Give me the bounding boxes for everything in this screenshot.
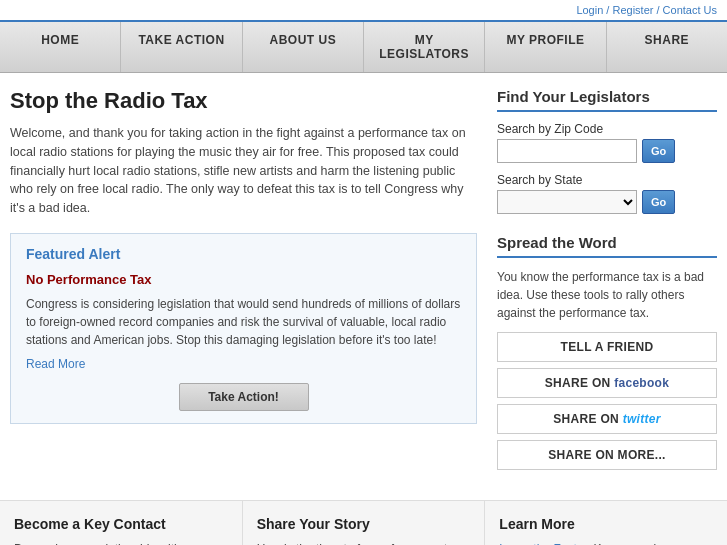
tell-friend-button[interactable]: TELL A FRIEND: [497, 332, 717, 362]
spread-word-title: Spread the Word: [497, 234, 717, 258]
nav-home[interactable]: HOME: [0, 22, 121, 72]
left-content: Stop the Radio Tax Welcome, and thank yo…: [10, 88, 477, 485]
zip-row: Go: [497, 139, 717, 163]
main-nav: HOME TAKE ACTION ABOUT US MY LEGISLATORS…: [0, 20, 727, 73]
read-more-link[interactable]: Read More: [26, 357, 461, 371]
intro-text: Welcome, and thank you for taking action…: [10, 124, 477, 218]
state-row: Alabama Alaska Arizona California Colora…: [497, 190, 717, 214]
share-twitter-button[interactable]: SHARE ON twitter: [497, 404, 717, 434]
learn-more-title: Learn More: [499, 516, 713, 532]
featured-alert-title: Featured Alert: [26, 246, 461, 262]
top-bar: Login / Register / Contact Us: [0, 0, 727, 20]
share-facebook-text: SHARE ON: [545, 376, 614, 390]
bottom-cards: Become a Key Contact Do you have a relat…: [0, 500, 727, 545]
nav-take-action[interactable]: TAKE ACTION: [121, 22, 242, 72]
bottom-card-key-contact: Become a Key Contact Do you have a relat…: [0, 501, 243, 545]
key-contact-text: Do you have a relationship with a member…: [14, 540, 228, 545]
nav-my-legislators[interactable]: MY LEGISLATORS: [364, 22, 485, 72]
nav-share[interactable]: SHARE: [607, 22, 727, 72]
top-bar-links[interactable]: Login / Register / Contact Us: [576, 4, 717, 16]
nav-about-us[interactable]: ABOUT US: [243, 22, 364, 72]
facebook-brand-text: facebook: [614, 376, 669, 390]
alert-headline: No Performance Tax: [26, 272, 461, 287]
state-select[interactable]: Alabama Alaska Arizona California Colora…: [497, 190, 637, 214]
bottom-card-share-story: Share Your Story How is the threat of a …: [243, 501, 486, 545]
key-contact-title: Become a Key Contact: [14, 516, 228, 532]
twitter-brand-text: twitter: [623, 412, 661, 426]
share-story-title: Share Your Story: [257, 516, 471, 532]
state-go-button[interactable]: Go: [642, 190, 675, 214]
spread-desc: You know the performance tax is a bad id…: [497, 268, 717, 322]
find-legislators-section: Find Your Legislators Search by Zip Code…: [497, 88, 717, 214]
alert-body: Congress is considering legislation that…: [26, 295, 461, 349]
bottom-card-learn-more: Learn More Learn the Facts - Key campaig…: [485, 501, 727, 545]
share-more-button[interactable]: SHARE ON MORE...: [497, 440, 717, 470]
share-story-text: How is the threat of a performance tax a…: [257, 540, 471, 545]
featured-alert-box: Featured Alert No Performance Tax Congre…: [10, 233, 477, 424]
zip-label: Search by Zip Code: [497, 122, 717, 136]
zip-go-button[interactable]: Go: [642, 139, 675, 163]
right-sidebar: Find Your Legislators Search by Zip Code…: [497, 88, 717, 485]
main-container: Stop the Radio Tax Welcome, and thank yo…: [0, 73, 727, 500]
state-label: Search by State: [497, 173, 717, 187]
spread-word-section: Spread the Word You know the performance…: [497, 234, 717, 470]
take-action-button[interactable]: Take Action!: [179, 383, 309, 411]
learn-more-text: Learn the Facts - Key campaign messages …: [499, 540, 713, 545]
page-title: Stop the Radio Tax: [10, 88, 477, 114]
nav-my-profile[interactable]: MY PROFILE: [485, 22, 606, 72]
share-twitter-text: SHARE ON: [553, 412, 622, 426]
share-facebook-button[interactable]: SHARE ON facebook: [497, 368, 717, 398]
find-legislators-title: Find Your Legislators: [497, 88, 717, 112]
zip-input[interactable]: [497, 139, 637, 163]
